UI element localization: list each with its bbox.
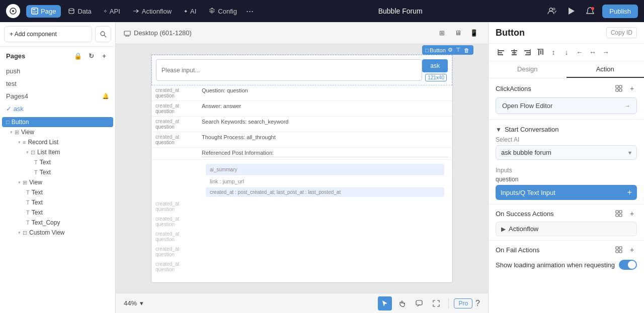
nav-tab-page[interactable]: Page [26,5,61,18]
canvas-scroll[interactable]: □ Button ⚙ ⊤ 🗑 ask 121x40 [116,44,488,293]
button-size-label: 121x40 [425,74,447,81]
align-left-icon[interactable] [496,47,507,58]
page-refresh-icon[interactable]: ↻ [86,51,96,61]
input-ref-label: Inputs/Q Text Input [501,189,555,196]
notification-icon[interactable] [583,4,597,18]
align-right-icon[interactable] [522,47,533,58]
tree-item-text4[interactable]: T Text [0,197,115,207]
publish-button[interactable]: Publish [602,5,638,18]
tree-item-text3[interactable]: T Text [0,187,115,197]
svg-point-7 [211,11,213,12]
cursor-tool[interactable] [378,296,392,310]
hand-tool[interactable] [395,296,409,310]
click-actions-add-icon[interactable]: + [627,83,637,93]
click-actions-title: ClickActions [496,85,531,92]
page-lock-icon[interactable]: 🔒 [73,51,83,61]
users-icon[interactable] [545,4,559,18]
nav-tab-actionflow[interactable]: Actionflow [127,5,177,18]
fail-settings-icon[interactable] [614,245,624,255]
canvas-toolbar: Desktop (601-1280) ⊞ 🖥 📱 [116,22,488,44]
more-options-icon[interactable]: ··· [244,6,256,17]
align-bottom-icon[interactable]: ↓ [561,47,572,58]
canvas-search-input[interactable] [156,59,422,81]
help-icon[interactable]: ? [475,299,480,308]
add-component-button[interactable]: + Add component [4,26,92,42]
grid-icon[interactable]: ⊞ [436,27,448,39]
page-item-test[interactable]: test [0,77,115,90]
on-success-title: On Success Actions [496,210,554,218]
tree-item-view2[interactable]: ▾ ⊞ View [0,177,115,187]
align-top-icon[interactable] [535,47,546,58]
page-add-icon[interactable]: + [99,51,109,61]
nav-tab-ai[interactable]: ✦ AI [179,5,201,18]
tree-item-custom-view[interactable]: ▾ ⊡ Custom View [0,228,115,238]
tree-item-list-item[interactable]: ▾ ⊡ List Item [0,147,115,157]
select-ai-dropdown[interactable]: ask bubble forum ▾ [496,145,637,160]
toolbar-delete-icon[interactable]: 🗑 [464,47,469,53]
click-actions-settings-icon[interactable] [614,83,624,93]
copy-id-button[interactable]: Copy ID [606,27,637,38]
pro-badge[interactable]: Pro [454,298,472,308]
expand-tool[interactable] [429,296,443,310]
align-middle-icon[interactable]: ↕ [548,47,559,58]
tree-item-button[interactable]: □ Button [2,117,113,127]
distribute-space-icon[interactable]: → [600,47,611,58]
svg-rect-40 [616,247,618,249]
input-ref-add-icon[interactable]: + [627,188,632,197]
page-item-ask[interactable]: ✓ ask [0,102,115,115]
flow-editor-label: Open Flow Editor [502,102,552,110]
right-panel: Button Copy ID ↕ ↓ ← ↔ → De [488,22,644,313]
tree-item-text2[interactable]: T Text [0,167,115,177]
success-settings-icon[interactable] [614,208,624,219]
open-flow-editor-row[interactable]: Open Flow Editor → [496,97,637,114]
page-item-pages4[interactable]: Pages4 🔔 [0,90,115,102]
svg-rect-33 [619,85,622,88]
tab-design[interactable]: Design [489,61,567,78]
empty-row-5: created_at question [151,259,452,274]
svg-point-12 [101,32,105,36]
viewport-label: Desktop (601-1280) [124,29,192,37]
toolbar-filter-icon[interactable]: ⊤ [456,47,461,53]
zoom-control[interactable]: 44% ▾ [124,299,143,307]
select-ai-subsection: Select AI ask bubble forum ▾ [496,136,637,167]
loading-toggle[interactable] [619,260,637,270]
comment-tool[interactable] [412,296,426,310]
canvas-frame: □ Button ⚙ ⊤ 🗑 ask 121x40 [151,54,453,283]
empty-row-4: created_at question [151,244,452,259]
page-item-push[interactable]: push [0,65,115,77]
distribute-h-icon[interactable]: ← [574,47,585,58]
mobile-icon[interactable]: 📱 [468,27,480,39]
tree-item-record-list[interactable]: ▾ ≡ Record List [0,137,115,147]
nav-tab-data[interactable]: Data [63,5,96,18]
empty-row-1: created_at question [151,199,452,214]
start-conv-collapse-icon[interactable]: ▼ [496,126,502,133]
tree-item-text-copy[interactable]: T Text_Copy [0,218,115,228]
distribute-v-icon[interactable]: ↔ [587,47,598,58]
tab-action[interactable]: Action [567,61,645,78]
svg-rect-32 [616,85,618,88]
actionflow-row[interactable]: ▶ Actionflow [496,222,637,236]
canvas-input-row: □ Button ⚙ ⊤ 🗑 ask 121x40 [151,55,452,85]
data-row-question: created_at question Question: question [151,85,452,101]
element-tree: □ Button ▾ ⊞ View ▾ ≡ Record List ▾ ⊡ Li… [0,115,115,313]
right-panel-header: Button Copy ID [489,22,644,44]
tree-item-text5[interactable]: T Text [0,207,115,218]
svg-rect-18 [498,54,503,55]
align-center-icon[interactable] [509,47,520,58]
toolbar-settings-icon[interactable]: ⚙ [448,47,453,53]
ask-button[interactable]: ask [422,59,448,72]
tree-item-text1[interactable]: T Text [0,157,115,167]
button-toolbar: □ Button ⚙ ⊤ 🗑 [422,45,473,55]
fail-add-icon[interactable]: + [627,245,637,255]
svg-rect-17 [498,52,502,53]
select-ai-value: ask bubble forum [501,149,551,156]
play-icon[interactable] [564,4,578,18]
desktop-icon[interactable]: 🖥 [452,27,464,39]
success-add-icon[interactable]: + [627,208,637,219]
on-success-section: On Success Actions + ▶ Actionflow [489,204,644,241]
nav-tab-api[interactable]: ⟡ API [99,5,125,18]
svg-rect-15 [416,300,422,305]
nav-tab-config[interactable]: Config [203,5,242,18]
search-button[interactable] [95,26,111,42]
tree-item-view1[interactable]: ▾ ⊞ View [0,127,115,137]
